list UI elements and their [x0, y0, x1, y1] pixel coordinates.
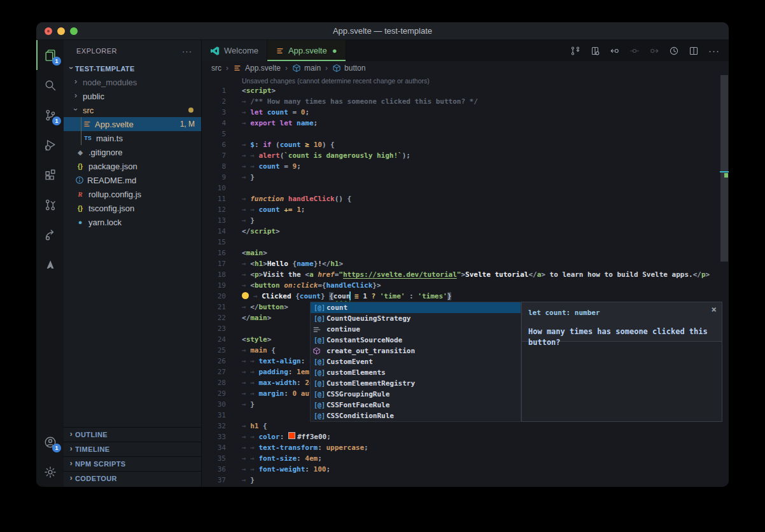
line-number: 25	[202, 345, 226, 356]
line-number: 20	[202, 291, 226, 302]
file-item-README.md[interactable]: README.md	[64, 173, 201, 187]
open-changes-icon[interactable]	[590, 46, 600, 56]
activity-accounts-icon[interactable]: 1	[36, 427, 64, 457]
suggestion-CSSFontFaceRule[interactable]: [@]CSSFontFaceRule	[311, 400, 521, 410]
close-window-button[interactable]	[45, 27, 52, 35]
code-line-32[interactable]: 32→ h1 {	[202, 421, 729, 431]
code-line-17[interactable]: 17→ <h1>Hello {name}!</h1>	[202, 258, 729, 269]
line-number: 11	[202, 193, 226, 204]
code-line-19[interactable]: 19→ <button on:click={handleClick}>	[202, 280, 729, 291]
workspace-root-folder[interactable]: › TEST-TEMPLATE	[64, 62, 201, 75]
code-line-11[interactable]: 11→ function handleClick() {	[202, 193, 729, 204]
scrollbar-find-mark	[720, 171, 729, 172]
activity-search-icon[interactable]	[36, 70, 64, 100]
code-line-10[interactable]: 10	[202, 183, 729, 193]
previous-change-icon[interactable]	[610, 46, 620, 56]
code-lines: 1<script>2→ /** How many times has someo…	[202, 85, 729, 486]
code-line-35[interactable]: 35→ → font-size: 4em;	[202, 453, 729, 464]
code-line-14[interactable]: 14</script>	[202, 226, 729, 237]
editor-scrollbar[interactable]	[720, 75, 729, 487]
code-line-2[interactable]: 2→ /** How many times has someone clicke…	[202, 96, 729, 107]
section-outline[interactable]: ›OUTLINE	[64, 427, 201, 442]
section-codetour[interactable]: ›CODETOUR	[64, 471, 201, 486]
badge: 1	[52, 116, 61, 125]
commit-graph-icon[interactable]	[570, 46, 580, 56]
code-line-12[interactable]: 12→ → count += 1;	[202, 204, 729, 215]
file-item-package.json[interactable]: {}package.json	[64, 159, 201, 173]
editor-toolbar: ···	[570, 40, 729, 61]
code-line-36[interactable]: 36→ → font-weight: 100;	[202, 464, 729, 475]
file-item-App.svelte[interactable]: App.svelte1, M	[64, 117, 201, 131]
suggestion-ConstantSourceNode[interactable]: [@]ConstantSourceNode	[311, 335, 521, 346]
suggestion-continue[interactable]: continue	[311, 324, 521, 335]
breadcrumb-button[interactable]: button	[332, 64, 365, 73]
more-actions-icon[interactable]: ···	[708, 45, 720, 56]
code-line-8[interactable]: 8→ → count = 9;	[202, 161, 729, 172]
tab-App.svelte[interactable]: App.svelte●	[267, 40, 346, 61]
breadcrumb-src[interactable]: src	[211, 64, 221, 73]
breadcrumb-main[interactable]: main	[292, 64, 321, 73]
scrollbar-slider[interactable]	[720, 75, 728, 262]
close-icon[interactable]: ×	[712, 304, 717, 315]
activity-github-pull-requests-icon[interactable]	[36, 190, 64, 220]
file-item-node_modules[interactable]: ›node_modules	[64, 75, 201, 89]
suggestion-CSSGroupingRule[interactable]: [@]CSSGroupingRule	[311, 389, 521, 400]
color-swatch[interactable]	[288, 432, 295, 439]
code-line-6[interactable]: 6→ $: if (count ≥ 10) {	[202, 139, 729, 150]
file-item-yarn.lock[interactable]: ●yarn.lock	[64, 215, 201, 229]
file-item-public[interactable]: ›public	[64, 89, 201, 103]
code-line-34[interactable]: 34→ → text-transform: uppercase;	[202, 442, 729, 453]
code-line-4[interactable]: 4→ export let name;	[202, 118, 729, 129]
activity-live-share-icon[interactable]	[36, 220, 64, 249]
file-item-src[interactable]: ›src	[64, 103, 201, 117]
suggestion-CSSConditionRule[interactable]: [@]CSSConditionRule	[311, 410, 521, 421]
codelens-annotation[interactable]: Unsaved changes (cannot determine recent…	[242, 76, 729, 85]
code-line-37[interactable]: 37→ }	[202, 475, 729, 486]
activity-azure-icon[interactable]	[36, 249, 64, 279]
suggestion-create_out_transition[interactable]: create_out_transition	[311, 346, 521, 356]
explorer-more-actions-icon[interactable]: ···	[182, 46, 192, 56]
file-item-rollup.config.js[interactable]: Rrollup.config.js	[64, 187, 201, 201]
code-line-33[interactable]: 33→ → color: #ff3e00;	[202, 431, 729, 442]
code-line-15[interactable]: 15	[202, 237, 729, 248]
code-line-5[interactable]: 5	[202, 129, 729, 139]
tab-Welcome[interactable]: Welcome	[202, 40, 267, 61]
code-line-16[interactable]: 16<main>	[202, 248, 729, 258]
suggestion-CustomElementRegistry[interactable]: [@]CustomElementRegistry	[311, 378, 521, 389]
line-number: 28	[202, 377, 226, 388]
suggestion-count[interactable]: [@]count	[311, 302, 521, 313]
line-number: 22	[202, 312, 226, 323]
code-line-20[interactable]: 20→ Clicked {count} {coun ≡ 1 ? 'time' :…	[202, 291, 729, 302]
code-line-13[interactable]: 13→ }	[202, 215, 729, 226]
line-number: 1	[202, 85, 226, 96]
activity-explorer-icon[interactable]: 1	[36, 40, 64, 70]
minimize-window-button[interactable]	[57, 27, 65, 35]
suggestion-CustomEvent[interactable]: [@]CustomEvent	[311, 356, 521, 367]
activity-extensions-icon[interactable]	[36, 160, 64, 190]
code-line-18[interactable]: 18→ <p>Visit the <a href="https://svelte…	[202, 269, 729, 280]
lightbulb-icon[interactable]	[242, 292, 249, 299]
variable-icon: [@]	[312, 367, 326, 378]
code-line-3[interactable]: 3→ let count = 0;	[202, 107, 729, 118]
suggestion-customElements[interactable]: [@]customElements	[311, 367, 521, 378]
line-number: 18	[202, 269, 226, 280]
code-line-1[interactable]: 1<script>	[202, 85, 729, 96]
code-editor[interactable]: Unsaved changes (cannot determine recent…	[202, 75, 729, 487]
section-timeline[interactable]: ›TIMELINE	[64, 442, 201, 456]
title-bar[interactable]: App.svelte — test-template	[36, 22, 729, 40]
code-line-7[interactable]: 7→ → alert(`count is dangerously high!`)…	[202, 150, 729, 161]
activity-source-control-icon[interactable]: 1	[36, 100, 64, 130]
code-line-9[interactable]: 9→ }	[202, 172, 729, 183]
breadcrumb-App.svelte[interactable]: App.svelte	[233, 64, 281, 73]
variable-icon: [@]	[312, 335, 326, 346]
file-item-tsconfig.json[interactable]: {}tsconfig.json	[64, 201, 201, 215]
split-editor-icon[interactable]	[689, 46, 699, 56]
file-item-.gitignore[interactable]: ◆.gitignore	[64, 145, 201, 159]
file-item-main.ts[interactable]: TSmain.ts	[64, 131, 201, 145]
maximize-window-button[interactable]	[70, 27, 78, 35]
suggestion-CountQueuingStrategy[interactable]: [@]CountQueuingStrategy	[311, 313, 521, 324]
section-npm-scripts[interactable]: ›NPM SCRIPTS	[64, 456, 201, 471]
file-history-icon[interactable]	[669, 46, 679, 56]
activity-settings-icon[interactable]	[36, 457, 64, 487]
activity-run-debug-icon[interactable]	[36, 130, 64, 160]
